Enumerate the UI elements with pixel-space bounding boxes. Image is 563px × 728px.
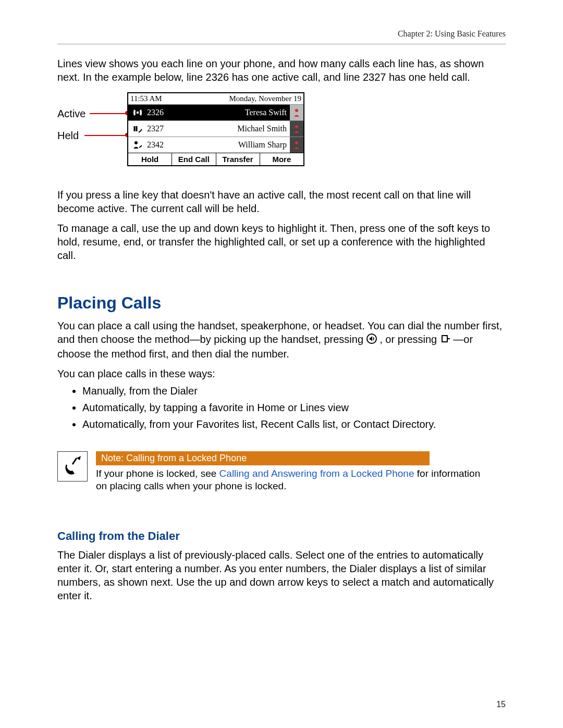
phone-line-row: 2327 Michael Smith <box>128 121 303 137</box>
phone-line-name: William Sharp <box>183 140 290 150</box>
note-title-bar: Note: Calling from a Locked Phone <box>96 451 430 465</box>
page-number: 15 <box>496 700 506 709</box>
subsection-title-dialer: Calling from the Dialer <box>57 529 506 543</box>
svg-point-0 <box>295 109 298 112</box>
svg-point-1 <box>295 125 298 128</box>
phone-line-row: 2326 Teresa Swift <box>128 105 303 121</box>
contact-icon <box>290 121 303 137</box>
header-rule <box>57 44 506 44</box>
phone-date: Monday, November 19 <box>229 94 301 103</box>
list-item: Manually, from the Dialer <box>82 382 506 399</box>
body-paragraph: You can place a call using the handset, … <box>57 319 506 361</box>
speaker-icon <box>366 334 377 347</box>
section-title-placing-calls: Placing Calls <box>57 293 506 313</box>
list-item: Automatically, from your Favorites list,… <box>82 416 506 433</box>
contact-icon <box>290 105 303 120</box>
body-paragraph: If you press a line key that doesn't hav… <box>57 188 506 215</box>
intro-paragraph: Lines view shows you each line on your p… <box>57 57 506 84</box>
link-locked-phone[interactable]: Calling and Answering from a Locked Phon… <box>219 468 414 479</box>
call-state-icon <box>128 140 147 150</box>
lines-view-diagram: Active Held 11:53 AM Monday, November 19… <box>57 92 302 176</box>
call-state-icon <box>128 124 147 133</box>
annotation-active: Active <box>57 108 85 120</box>
phone-softkeys: Hold End Call Transfer More <box>128 153 303 165</box>
body-paragraph: To manage a call, use the up and down ke… <box>57 221 506 262</box>
annotation-held: Held <box>57 130 79 142</box>
softkey-hold: Hold <box>128 153 172 165</box>
headset-icon <box>440 334 450 347</box>
phone-line-ext: 2327 <box>147 124 183 133</box>
page-header: Chapter 2: Using Basic Features <box>57 29 506 39</box>
annotation-line <box>84 135 127 136</box>
body-paragraph: You can place calls in these ways: <box>57 367 506 380</box>
phone-line-row: 2342 William Sharp <box>128 137 303 153</box>
contact-icon <box>290 137 303 153</box>
phone-line-name: Teresa Swift <box>183 108 290 117</box>
annotation-line <box>90 113 126 114</box>
note-phone-icon <box>57 451 88 482</box>
note-body: If your phone is locked, see Calling and… <box>96 467 492 493</box>
phone-screen: 11:53 AM Monday, November 19 2326 Teresa… <box>127 92 304 166</box>
svg-point-2 <box>134 141 138 144</box>
svg-rect-5 <box>442 336 447 342</box>
phone-time: 11:53 AM <box>130 94 162 103</box>
list-item: Automatically, by tapping a favorite in … <box>82 399 506 416</box>
phone-line-name: Michael Smith <box>183 124 290 133</box>
svg-line-7 <box>72 458 77 464</box>
text-fragment: , or pressing <box>380 334 440 345</box>
body-paragraph: The Dialer displays a list of previously… <box>57 548 506 602</box>
softkey-endcall: End Call <box>172 153 216 165</box>
phone-status-bar: 11:53 AM Monday, November 19 <box>128 93 303 105</box>
phone-line-ext: 2342 <box>147 140 183 150</box>
softkey-more: More <box>260 153 303 165</box>
call-state-icon <box>128 108 147 117</box>
text-fragment: If your phone is locked, see <box>96 468 219 479</box>
phone-line-ext: 2326 <box>147 108 183 117</box>
softkey-transfer: Transfer <box>216 153 260 165</box>
ways-list: Manually, from the Dialer Automatically,… <box>57 382 506 433</box>
svg-point-3 <box>295 141 298 144</box>
note-callout: Note: Calling from a Locked Phone If you… <box>57 451 506 493</box>
